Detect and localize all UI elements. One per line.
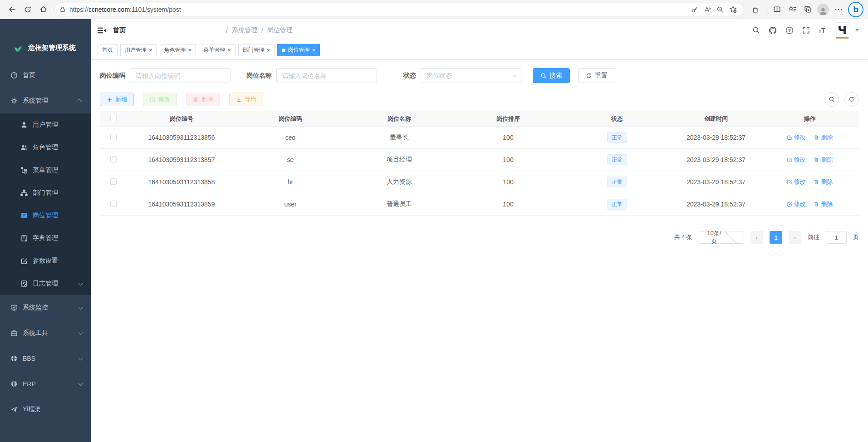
tab-role-management[interactable]: 角色管理× [160,44,196,56]
header-post-name: 岗位名称 [345,115,454,123]
add-button[interactable]: 新增 [100,93,134,106]
font-size-icon[interactable]: тT [819,27,825,34]
status-badge: 正常 [607,177,627,187]
row-checkbox[interactable] [110,156,117,162]
tab-dept-management[interactable]: 部门管理× [238,44,275,56]
close-icon[interactable]: × [312,47,315,53]
sidebar-item-yi-framework[interactable]: Yi框架 [0,397,91,422]
tab-home[interactable]: 首页 [98,44,118,56]
close-icon[interactable]: × [188,47,192,53]
breadcrumb-home[interactable]: 首页 [113,26,222,34]
row-delete-link[interactable]: 删除 [814,133,833,142]
sidebar-item-system-tools[interactable]: 系统工具 [0,320,91,346]
post-name-input[interactable] [276,68,377,83]
row-delete-link[interactable]: 删除 [814,178,833,186]
chevron-down-icon [725,229,739,244]
browser-refresh-button[interactable] [20,2,35,17]
post-code-input[interactable] [130,68,230,83]
refresh-icon [586,73,592,79]
cell-post-id: 1641030593112313857 [127,156,236,163]
password-key-icon[interactable] [688,3,701,16]
row-checkbox[interactable] [110,178,117,185]
collections-icon[interactable] [800,2,815,17]
sidebar-item-log-management[interactable]: 日志管理 [0,272,91,295]
browser-back-button[interactable] [5,2,20,17]
avatar-caret-down-icon[interactable] [855,29,859,31]
tab-menu-management[interactable]: 菜单管理× [199,44,235,56]
sidebar-item-dept-management[interactable]: 部门管理 [0,182,91,204]
help-icon[interactable]: ? [785,26,794,34]
sidebar-item-erp[interactable]: ERP [0,371,91,397]
prev-page-button[interactable]: ‹ [750,231,763,244]
read-aloud-icon[interactable] [701,3,714,16]
close-icon[interactable]: × [149,47,152,53]
delete-button[interactable]: 删除 [186,93,220,106]
chevron-down-icon [78,330,83,335]
sidebar-item-post-management[interactable]: 岗位管理 [0,204,91,227]
sidebar-collapse-button[interactable] [98,27,106,34]
reset-button[interactable]: 重置 [578,68,615,83]
goto-page-input[interactable] [826,231,847,244]
table-header-row: 岗位编号 岗位编码 岗位名称 岗位排序 状态 创建时间 操作 [100,111,859,127]
bing-chat-icon[interactable]: b [848,2,863,17]
tab-post-management[interactable]: 岗位管理× [277,44,320,56]
sidebar-item-label: 系统工具 [23,329,48,337]
close-icon[interactable]: × [267,47,270,53]
export-button[interactable]: 导出 [229,93,263,106]
select-all-checkbox[interactable] [110,115,117,121]
breadcrumb-separator: / [261,27,263,34]
refresh-icon [848,96,855,103]
sidebar-submenu-system: 用户管理 角色管理 菜单管理 [0,113,91,295]
close-icon[interactable]: × [227,47,231,53]
add-favorite-icon[interactable] [726,3,739,16]
row-delete-link[interactable]: 删除 [814,200,833,208]
edit-button[interactable]: 修改 [143,93,177,106]
refresh-table-button[interactable] [844,92,859,107]
sidebar-item-home[interactable]: 首页 [0,63,91,88]
sidebar-item-menu-management[interactable]: 菜单管理 [0,159,91,182]
row-edit-link[interactable]: 修改 [787,133,806,142]
edit-icon [150,97,156,103]
row-edit-link[interactable]: 修改 [787,200,806,208]
sidebar-item-dict-management[interactable]: 字典管理 [0,227,91,250]
tab-user-management[interactable]: 用户管理× [120,44,157,56]
search-button[interactable]: 搜索 [533,68,570,83]
extensions-icon[interactable] [748,2,763,17]
browser-profile-avatar[interactable] [815,2,831,17]
next-page-button[interactable]: › [789,231,801,244]
split-screen-icon[interactable] [769,2,785,17]
user-avatar[interactable]: Ч [834,22,850,39]
status-select[interactable]: 岗位状态 [421,68,521,83]
favorites-bar-icon[interactable] [785,2,800,17]
github-icon[interactable] [769,26,777,34]
fullscreen-icon[interactable] [802,26,810,34]
browser-home-button[interactable] [35,2,51,17]
sidebar-item-system-management[interactable]: 系统管理 [0,88,91,113]
sidebar-item-param-settings[interactable]: 参数设置 [0,250,91,272]
sidebar-item-label: Yi框架 [23,405,41,413]
globe-icon [10,380,18,388]
home-icon [39,5,47,13]
breadcrumb-system[interactable]: 系统管理 [232,26,257,34]
sidebar-item-system-monitor[interactable]: 系统监控 [0,295,91,320]
table-row: 1641030593112313856 ceo 董事长 100 正常 2023-… [100,127,859,149]
row-delete-link[interactable]: 删除 [814,156,833,164]
sidebar-item-label: 菜单管理 [33,166,58,174]
sidebar-item-user-management[interactable]: 用户管理 [0,113,91,136]
toggle-search-button[interactable] [824,92,839,107]
page-number-button[interactable]: 1 [770,231,782,244]
address-bar[interactable]: https://ccnetcore.com:1101/system/post [54,3,744,16]
sidebar-item-bbs[interactable]: BBS [0,346,91,371]
sidebar-item-label: ERP [23,380,36,388]
zoom-out-icon[interactable] [714,3,726,16]
row-edit-link[interactable]: 修改 [787,178,806,186]
row-edit-link[interactable]: 修改 [787,156,806,164]
row-checkbox[interactable] [110,201,117,207]
header-search-icon[interactable] [752,26,760,34]
page-size-select[interactable]: 10条/页 [699,231,744,244]
sidebar: 意框架管理系统 首页 系统管理 [0,19,91,442]
row-checkbox[interactable] [110,134,117,140]
sidebar-item-role-management[interactable]: 角色管理 [0,136,91,159]
browser-more-button[interactable]: ⋯ [831,2,846,17]
search-icon [540,73,547,79]
